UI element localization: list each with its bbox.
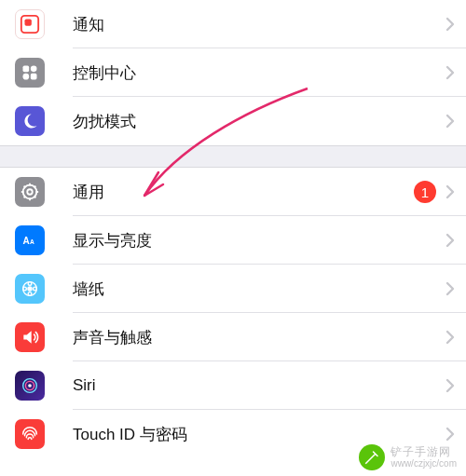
svg-text:A: A [30,238,34,245]
row-control-center[interactable]: 控制中心 [0,48,466,97]
svg-rect-1 [25,20,32,26]
control-center-icon [15,58,45,88]
label-display-brightness: 显示与亮度 [73,230,445,252]
section-gap [0,145,466,168]
siri-icon [15,371,45,401]
svg-point-19 [27,286,33,292]
notifications-icon [15,9,45,39]
svg-line-14 [24,197,26,198]
watermark-text-1: 铲子手游网 [391,446,457,458]
label-general: 通用 [73,182,414,203]
label-do-not-disturb: 勿扰模式 [73,111,445,132]
moon-icon [15,106,45,136]
label-notifications: 通知 [73,14,445,35]
settings-screen: 通知 控制中心 勿扰模式 通用 1 [0,0,466,476]
label-sounds-haptics: 声音与触感 [73,327,445,348]
fingerprint-icon [15,419,45,449]
svg-point-7 [27,189,33,195]
svg-point-21 [28,292,32,296]
row-sounds-haptics[interactable]: 声音与触感 [0,313,466,361]
svg-point-3 [31,66,37,73]
row-siri[interactable]: Siri [0,361,466,410]
display-brightness-icon: AA [15,225,45,255]
chevron-icon [445,281,455,296]
chevron-icon [445,65,455,80]
svg-text:A: A [23,236,30,246]
shovel-logo-icon [359,444,385,470]
label-touch-id: Touch ID 与密码 [73,424,445,445]
svg-rect-2 [23,66,30,73]
gear-icon [15,177,45,207]
svg-point-26 [28,384,32,388]
watermark: 铲子手游网 www/czjxjc/com [359,444,457,470]
row-do-not-disturb[interactable]: 勿扰模式 [0,97,466,145]
chevron-icon [445,427,455,442]
svg-point-22 [23,287,27,291]
svg-rect-5 [31,74,37,80]
svg-point-23 [34,287,37,291]
speaker-icon [15,322,45,352]
row-display-brightness[interactable]: AA 显示与亮度 [0,216,466,265]
watermark-text-2: www/czjxjc/com [391,458,457,469]
svg-line-12 [24,186,26,188]
svg-point-20 [28,282,32,286]
row-notifications[interactable]: 通知 [0,0,466,48]
row-wallpaper[interactable]: 墙纸 [0,265,466,313]
label-siri: Siri [73,376,445,395]
row-general[interactable]: 通用 1 [0,168,466,216]
chevron-icon [445,378,455,393]
chevron-icon [445,184,455,199]
label-control-center: 控制中心 [73,62,445,84]
svg-line-13 [34,197,36,198]
chevron-icon [445,330,455,345]
wallpaper-icon [15,274,45,304]
notification-badge: 1 [414,181,436,203]
svg-point-4 [23,74,30,80]
svg-line-15 [34,186,36,188]
chevron-icon [445,114,455,129]
chevron-icon [445,17,455,32]
label-wallpaper: 墙纸 [73,279,445,300]
chevron-icon [445,233,455,248]
